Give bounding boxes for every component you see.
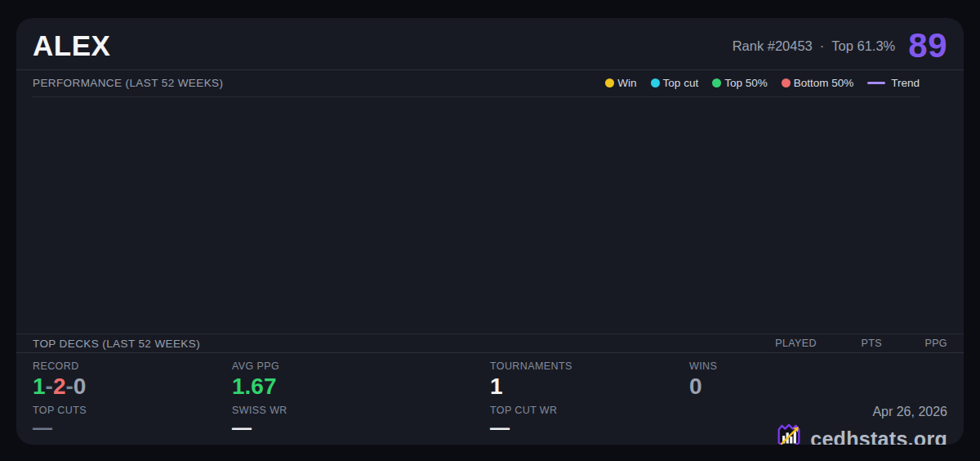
stat-label: TOURNAMENTS (490, 360, 689, 372)
stat-label: RECORD (33, 360, 232, 372)
legend-label: Win (617, 77, 636, 89)
stat-top-cut-wr: TOP CUT WR — (490, 405, 689, 445)
legend-label: Bottom 50% (794, 77, 854, 89)
chart-legend: Win Top cut Top 50% Bottom 50% Trend (605, 77, 920, 89)
legend-label: Top cut (663, 77, 699, 89)
column-played: PLAYED (751, 338, 817, 349)
trend-line-icon (867, 82, 885, 84)
tournaments-value: 1 (490, 374, 689, 399)
player-stats-card: ALEX Rank #20453 · Top 61.3% 89 PERFORMA… (16, 18, 964, 445)
stat-label: AVG PPG (232, 360, 490, 372)
avg-ppg-value: 1.67 (232, 374, 490, 399)
stat-record: RECORD 1-2-0 (33, 360, 232, 399)
player-score: 89 (908, 30, 947, 61)
legend-label: Trend (891, 77, 920, 89)
stat-avg-ppg: AVG PPG 1.67 (232, 360, 490, 399)
record-value: 1-2-0 (33, 374, 232, 399)
stats-grid: RECORD 1-2-0 AVG PPG 1.67 TOURNAMENTS 1 … (33, 360, 947, 445)
header-right: Rank #20453 · Top 61.3% 89 (733, 30, 947, 61)
performance-chart-area (16, 97, 964, 333)
legend-label: Top 50% (724, 77, 768, 89)
brand-wordmark: cedhstats.org (810, 427, 947, 445)
record-wins: 1 (33, 374, 46, 399)
bottom-50-dot-icon (782, 78, 791, 87)
footer: Apr 26, 2026 cedhstats.org (689, 405, 947, 445)
stat-label: SWISS WR (232, 405, 490, 416)
player-name: ALEX (33, 30, 110, 61)
stat-tournaments: TOURNAMENTS 1 (490, 360, 689, 399)
record-draws: 0 (74, 374, 87, 399)
swiss-wr-value: — (232, 420, 490, 435)
wins-value: 0 (689, 374, 947, 399)
rank-label: Rank #20453 (733, 38, 813, 54)
performance-title: PERFORMANCE (LAST 52 WEEKS) (33, 77, 223, 89)
stat-label: WINS (689, 360, 947, 372)
top-decks-columns: PLAYED PTS PPG (751, 338, 947, 349)
top-cuts-value: — (33, 420, 232, 435)
stat-swiss-wr: SWISS WR — (232, 405, 490, 445)
legend-item-trend: Trend (867, 77, 920, 89)
win-dot-icon (605, 78, 614, 87)
top-decks-title: TOP DECKS (LAST 52 WEEKS) (33, 338, 200, 350)
top-cut-wr-value: — (490, 420, 689, 435)
legend-item-top-cut: Top cut (651, 77, 699, 89)
top-percent-label: Top 61.3% (831, 38, 895, 54)
card-date: Apr 26, 2026 (872, 405, 947, 419)
stat-wins: WINS 0 (689, 360, 947, 399)
column-ppg: PPG (882, 338, 947, 349)
performance-header-row: PERFORMANCE (LAST 52 WEEKS) Win Top cut … (33, 70, 920, 97)
cedhstats-shield-logo-icon (774, 423, 804, 445)
dot-separator: · (820, 38, 825, 54)
card-header: ALEX Rank #20453 · Top 61.3% 89 (16, 18, 964, 70)
stat-label: TOP CUTS (33, 405, 232, 416)
top-cut-dot-icon (651, 78, 660, 87)
brand: cedhstats.org (774, 423, 947, 445)
top-decks-header-row: TOP DECKS (LAST 52 WEEKS) PLAYED PTS PPG (16, 333, 964, 353)
stat-label: TOP CUT WR (490, 405, 689, 416)
legend-item-top-50: Top 50% (712, 77, 768, 89)
column-pts: PTS (817, 338, 882, 349)
stat-top-cuts: TOP CUTS — (33, 405, 232, 445)
record-separator: - (46, 374, 53, 399)
record-losses: 2 (53, 374, 66, 399)
legend-item-win: Win (605, 77, 636, 89)
top-50-dot-icon (712, 78, 721, 87)
rank-line: Rank #20453 · Top 61.3% (733, 38, 896, 54)
legend-item-bottom-50: Bottom 50% (782, 77, 854, 89)
record-separator: - (65, 374, 73, 399)
